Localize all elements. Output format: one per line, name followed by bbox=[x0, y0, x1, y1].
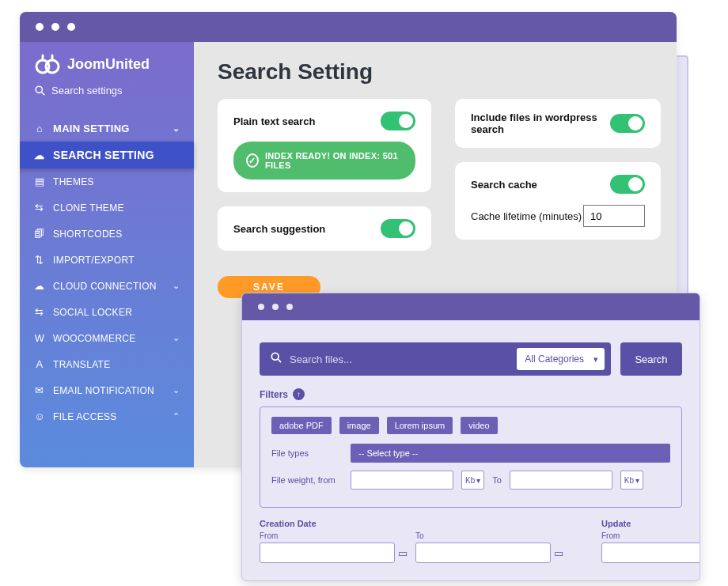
window-titlebar bbox=[20, 12, 677, 42]
file-weight-from-unit[interactable]: Kb▾ bbox=[461, 471, 484, 490]
search-suggestion-card: Search suggestion bbox=[218, 206, 431, 251]
share-icon: ⇆ bbox=[34, 306, 45, 318]
sidebar-item-file-access[interactable]: ☺FILE ACCESS⌃ bbox=[20, 403, 194, 429]
sidebar-item-label: SHORTCODES bbox=[53, 229, 122, 240]
window-dot[interactable] bbox=[272, 304, 279, 310]
sidebar-item-label: CLONE THEME bbox=[53, 202, 124, 214]
update-from-label: From bbox=[601, 531, 700, 540]
search-suggestion-toggle[interactable] bbox=[381, 219, 415, 238]
update-date-group: Update From ▭ To ▭ bbox=[601, 519, 700, 563]
chevron-down-icon: ▾ bbox=[635, 476, 639, 485]
calendar-icon[interactable]: ▭ bbox=[398, 547, 408, 559]
index-status-badge: ✓ INDEX READY! ON INDEX: 501 FILES bbox=[233, 142, 415, 180]
category-select[interactable]: All Categories bbox=[517, 348, 605, 370]
search-suggestion-label: Search suggestion bbox=[233, 223, 325, 235]
window-dot[interactable] bbox=[67, 23, 75, 31]
cache-lifetime-input[interactable] bbox=[583, 205, 645, 227]
window-dot[interactable] bbox=[258, 304, 264, 310]
category-selected-value: All Categories bbox=[525, 353, 584, 365]
brand-name: JoomUnited bbox=[67, 56, 150, 73]
window-titlebar bbox=[242, 293, 700, 320]
sidebar-item-label: TRANSLATE bbox=[53, 359, 111, 370]
translate-icon: A bbox=[34, 358, 45, 370]
chevron-down-icon: ⌄ bbox=[173, 281, 180, 291]
sidebar-item-clone-theme[interactable]: ⇆CLONE THEME bbox=[20, 195, 194, 221]
sidebar-item-label: MAIN SETTING bbox=[53, 123, 130, 134]
creation-from-input[interactable] bbox=[260, 543, 395, 563]
share-icon: ⇆ bbox=[34, 202, 45, 214]
cloud-up-icon: ☁ bbox=[34, 280, 45, 292]
plain-text-search-card: Plain text search ✓ INDEX READY! ON INDE… bbox=[218, 99, 431, 192]
calendar-icon[interactable]: ▭ bbox=[554, 547, 563, 559]
window-dot[interactable] bbox=[51, 23, 59, 31]
creation-to-label: To bbox=[415, 531, 563, 540]
creation-to-input[interactable] bbox=[415, 543, 551, 563]
arrow-up-icon: ↑ bbox=[293, 388, 305, 400]
chevron-down-icon: ⌄ bbox=[173, 123, 180, 134]
file-weight-to-input[interactable] bbox=[510, 471, 612, 490]
svg-point-2 bbox=[36, 86, 42, 93]
clipboard-icon: 🗐 bbox=[34, 228, 45, 240]
chevron-down-icon: ⌄ bbox=[173, 385, 180, 395]
person-icon: ☺ bbox=[34, 410, 45, 422]
search-files-input[interactable] bbox=[290, 353, 509, 365]
brand: JoomUnited bbox=[20, 42, 194, 80]
sidebar-item-label: SOCIAL LOCKER bbox=[53, 307, 132, 318]
home-icon: ⌂ bbox=[34, 123, 45, 134]
sidebar-item-search-setting[interactable]: ☁SEARCH SETTING bbox=[20, 142, 194, 168]
transfer-icon: ⇅ bbox=[34, 254, 45, 266]
sidebar-item-label: EMAIL NOTIFICATION bbox=[53, 385, 154, 396]
cache-lifetime-label: Cache lifetime (minutes) bbox=[471, 210, 582, 222]
sidebar-search[interactable]: Search settings bbox=[20, 80, 194, 109]
filters-toggle[interactable]: Filters ↑ bbox=[260, 388, 682, 400]
svg-point-4 bbox=[271, 353, 279, 360]
search-cache-label: Search cache bbox=[471, 179, 537, 191]
filter-tag[interactable]: Lorem ipsum bbox=[387, 417, 453, 434]
sidebar-item-label: FILE ACCESS bbox=[53, 411, 117, 422]
filter-tag[interactable]: adobe PDF bbox=[271, 417, 332, 434]
creation-from-label: From bbox=[260, 531, 408, 540]
include-files-label: Include files in wordpress search bbox=[471, 112, 605, 135]
window-dot[interactable] bbox=[36, 23, 44, 31]
chevron-down-icon: ▾ bbox=[476, 476, 480, 485]
sidebar-item-label: THEMES bbox=[53, 176, 94, 187]
include-files-toggle[interactable] bbox=[610, 114, 645, 133]
chevron-up-icon: ⌃ bbox=[173, 411, 180, 422]
sidebar-item-shortcodes[interactable]: 🗐SHORTCODES bbox=[20, 221, 194, 247]
w-square-icon: W bbox=[34, 332, 45, 344]
sidebar-item-email-notification[interactable]: ✉EMAIL NOTIFICATION⌄ bbox=[20, 377, 194, 403]
file-types-select[interactable]: -- Select type -- bbox=[351, 444, 670, 463]
index-status-text: INDEX READY! ON INDEX: 501 FILES bbox=[265, 151, 403, 170]
search-cache-toggle[interactable] bbox=[610, 175, 645, 194]
chevron-down-icon: ⌄ bbox=[173, 333, 180, 343]
filter-tag[interactable]: video bbox=[461, 417, 497, 434]
svg-line-3 bbox=[41, 93, 44, 96]
svg-point-1 bbox=[46, 60, 59, 73]
search-button[interactable]: Search bbox=[620, 342, 682, 376]
search-files-bar: All Categories bbox=[260, 342, 611, 376]
sidebar-item-label: CLOUD CONNECTION bbox=[53, 281, 157, 292]
sidebar-item-label: WOOCOMMERCE bbox=[53, 333, 136, 344]
sidebar-item-label: IMPORT/EXPORT bbox=[53, 255, 135, 266]
plain-text-search-label: Plain text search bbox=[233, 115, 315, 127]
sidebar-item-label: SEARCH SETTING bbox=[53, 149, 154, 161]
search-icon bbox=[271, 352, 282, 366]
plain-text-search-toggle[interactable] bbox=[381, 112, 415, 130]
file-weight-to-unit[interactable]: Kb▾ bbox=[620, 471, 643, 490]
file-weight-from-input[interactable] bbox=[351, 471, 453, 490]
sidebar-item-woocommerce[interactable]: WWOOCOMMERCE⌄ bbox=[20, 325, 194, 351]
sidebar-item-cloud-connection[interactable]: ☁CLOUD CONNECTION⌄ bbox=[20, 273, 194, 299]
check-icon: ✓ bbox=[246, 153, 259, 168]
update-from-input[interactable] bbox=[601, 543, 700, 563]
sidebar-item-themes[interactable]: ▤THEMES bbox=[20, 168, 194, 195]
creation-date-group: Creation Date From ▭ To ▭ bbox=[260, 519, 563, 563]
window-dot[interactable] bbox=[286, 304, 293, 310]
sidebar-search-placeholder: Search settings bbox=[51, 85, 123, 96]
sidebar-item-social-locker[interactable]: ⇆SOCIAL LOCKER bbox=[20, 299, 194, 325]
sidebar-item-import-export[interactable]: ⇅IMPORT/EXPORT bbox=[20, 247, 194, 273]
filter-tag[interactable]: image bbox=[339, 417, 379, 434]
collection-icon: ▤ bbox=[34, 176, 45, 187]
sidebar-item-main-setting[interactable]: ⌂MAIN SETTING⌄ bbox=[20, 115, 194, 142]
svg-line-5 bbox=[278, 359, 281, 362]
sidebar-item-translate[interactable]: ATRANSLATE bbox=[20, 351, 194, 377]
